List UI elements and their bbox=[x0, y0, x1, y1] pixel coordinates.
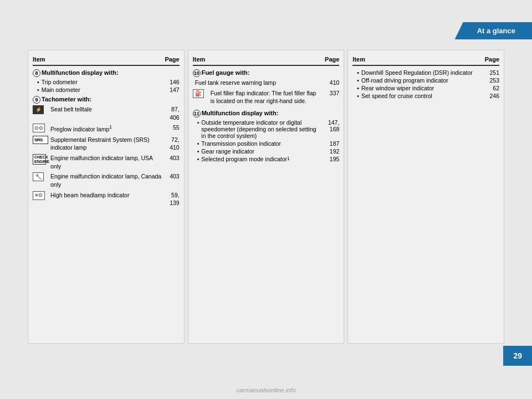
table-row: 🔧 Engine malfunction indicator lamp, Can… bbox=[33, 172, 180, 188]
item-page: 195 bbox=[324, 156, 339, 162]
table-row: Fuel tank reserve warning lamp 410 bbox=[193, 79, 340, 87]
item-page: 410 bbox=[324, 79, 339, 87]
table-row: ≡⊙ High beam headlamp indicator 59,139 bbox=[33, 191, 180, 207]
item-page: 251 bbox=[484, 69, 499, 76]
item-label: Selected program mode indicator1 bbox=[197, 156, 324, 162]
list-item: Outside temperature indicator or digital… bbox=[197, 119, 340, 139]
item-page: 147 bbox=[164, 86, 180, 93]
item-label: Set speed for cruise control bbox=[357, 93, 484, 99]
table-row: SRS Supplemental Restraint System (SRS) … bbox=[33, 136, 180, 152]
item-page: 337 bbox=[324, 89, 339, 98]
list-item: Trip odometer 146 bbox=[37, 79, 180, 85]
fuel-flap-icon: ⛽ bbox=[193, 89, 208, 98]
check-engine-canada-icon: 🔧 bbox=[33, 172, 48, 181]
section-8-heading: 8 Multifunction display with: bbox=[33, 69, 180, 77]
item-text: Preglow indicator lamp1 bbox=[50, 124, 164, 133]
item-page: 253 bbox=[484, 77, 499, 84]
item-page: 146 bbox=[164, 79, 180, 85]
item-label: Transmission position indicator bbox=[197, 140, 324, 147]
section-8-title: Multifunction display with: bbox=[42, 69, 119, 76]
item-text: Fuel tank reserve warning lamp bbox=[195, 79, 324, 87]
item-text: Fuel filler flap indicator: The fuel fil… bbox=[211, 89, 324, 105]
item-page: 59,139 bbox=[164, 191, 180, 207]
item-page: 403 bbox=[164, 154, 180, 162]
page-number: 29 bbox=[503, 346, 532, 366]
section-11-title: Multifunction display with: bbox=[202, 110, 279, 116]
list-item: Transmission position indicator 187 bbox=[197, 140, 340, 147]
col1-item-header: Item bbox=[33, 56, 45, 63]
section-11-heading: 11 Multifunction display with: bbox=[193, 110, 340, 117]
section-header: At a glance bbox=[455, 22, 532, 39]
col2-page-header: Page bbox=[325, 56, 339, 63]
table-row: ⛽ Fuel filler flap indicator: The fuel f… bbox=[193, 89, 340, 105]
list-item: Selected program mode indicator1 195 bbox=[197, 156, 340, 162]
main-content: Item Page 8 Multifunction display with: … bbox=[28, 50, 504, 344]
table-row: CHECKENGINE Engine malfunction indicator… bbox=[33, 154, 180, 170]
item-label: Trip odometer bbox=[37, 79, 78, 85]
item-text: Supplemental Restraint System (SRS) indi… bbox=[50, 136, 164, 152]
section-10-number: 10 bbox=[193, 69, 201, 77]
list-item: Gear range indicator 192 bbox=[197, 148, 340, 155]
item-label: Gear range indicator bbox=[197, 148, 324, 155]
list-item: Off-road driving program indicator 253 bbox=[357, 77, 499, 84]
section-9-heading: 9 Tachometer with: bbox=[33, 96, 180, 104]
col3-item-header: Item bbox=[352, 56, 365, 63]
item-page: 87,406 bbox=[164, 105, 180, 121]
list-item: Rear window wiper indicator 62 bbox=[357, 85, 499, 91]
item-text: High beam headlamp indicator bbox=[50, 191, 164, 200]
section-9-title: Tachometer with: bbox=[42, 96, 91, 103]
col3-page-header: Page bbox=[485, 56, 499, 63]
item-text: Engine malfunction indicator lamp, USA o… bbox=[50, 154, 164, 170]
item-label: Off-road driving program indicator bbox=[357, 77, 484, 84]
seatbelt-icon: ⚡ bbox=[33, 105, 48, 114]
item-page: 192 bbox=[324, 148, 339, 155]
table-row: ⚡ Seat belt telltale 87,406 bbox=[33, 105, 180, 121]
item-text: Seat belt telltale bbox=[50, 105, 164, 114]
col2-header: Item Page bbox=[193, 56, 340, 66]
column-1: Item Page 8 Multifunction display with: … bbox=[28, 50, 185, 344]
item-page: 246 bbox=[484, 93, 499, 99]
table-row: ⊙⊙ Preglow indicator lamp1 55 bbox=[33, 124, 180, 133]
item-page: 147,168 bbox=[324, 119, 339, 139]
item-page: 55 bbox=[164, 124, 180, 132]
item-page: 72,410 bbox=[164, 136, 180, 152]
high-beam-icon: ≡⊙ bbox=[33, 191, 48, 200]
list-item: Set speed for cruise control 246 bbox=[357, 93, 499, 99]
column-2: Item Page 10 Fuel gauge with: Fuel tank … bbox=[188, 50, 345, 344]
list-item: Main odometer 147 bbox=[37, 86, 180, 93]
item-page: 403 bbox=[164, 172, 180, 181]
preglow-icon: ⊙⊙ bbox=[33, 124, 48, 132]
item-text: Engine malfunction indicator lamp, Canad… bbox=[50, 172, 164, 188]
item-label: Rear window wiper indicator bbox=[357, 85, 484, 91]
item-label: Main odometer bbox=[37, 86, 80, 93]
col2-item-header: Item bbox=[193, 56, 206, 63]
col3-header: Item Page bbox=[352, 56, 499, 66]
col1-header: Item Page bbox=[33, 56, 180, 66]
section-8-number: 8 bbox=[33, 69, 40, 77]
check-engine-usa-icon: CHECKENGINE bbox=[33, 154, 48, 165]
srs-icon: SRS bbox=[33, 136, 48, 144]
list-item: Downhill Speed Regulation (DSR) indicato… bbox=[357, 69, 499, 76]
item-label: Downhill Speed Regulation (DSR) indicato… bbox=[357, 69, 484, 76]
item-page: 187 bbox=[324, 140, 339, 147]
section-10-heading: 10 Fuel gauge with: bbox=[193, 69, 340, 77]
col1-page-header: Page bbox=[165, 56, 179, 63]
column-3: Item Page Downhill Speed Regulation (DSR… bbox=[347, 50, 504, 344]
item-label: Outside temperature indicator or digital… bbox=[197, 119, 324, 139]
section-9-number: 9 bbox=[33, 96, 40, 104]
section-11-number: 11 bbox=[193, 110, 201, 117]
section-10-title: Fuel gauge with: bbox=[202, 69, 250, 76]
item-page: 62 bbox=[484, 85, 499, 91]
footer-watermark: carmanualsonline.info bbox=[0, 387, 532, 393]
